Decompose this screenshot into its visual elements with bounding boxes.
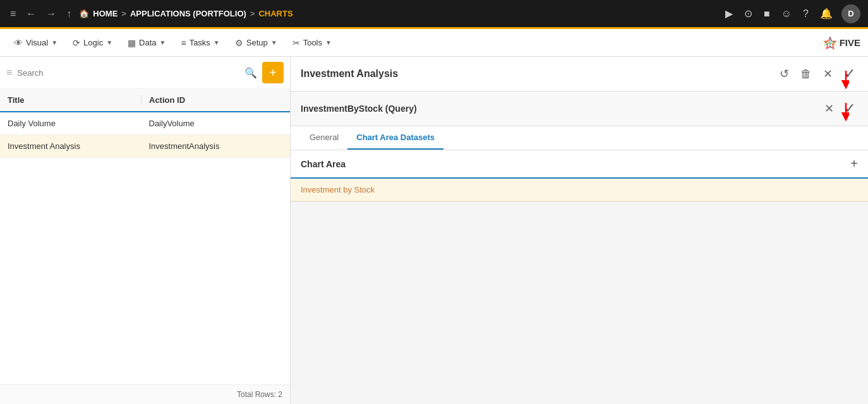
form-header-actions: ↺ 🗑 ✕ ✓ [777, 63, 858, 85]
tasks-arrow: ▼ [214, 39, 220, 46]
logic-icon: ⟳ [73, 38, 80, 48]
confirm-button[interactable]: ✓ [841, 63, 858, 85]
main-content: ≡ 🔍 + Title Action ID Daily Volume Daily… [0, 57, 868, 404]
row-action-investment: InvestmentAnalysis [142, 141, 283, 151]
sub-form-actions: ✕ ✓ [822, 98, 858, 119]
col-title-header: Title [8, 95, 141, 105]
top-bar-right: ▶ ⊙ ■ ☺ ? 🔔 D [723, 4, 860, 23]
user-icon[interactable]: ☺ [779, 6, 794, 22]
top-bar: ≡ ← → ↑ 🏠 HOME > APPLICATIONS (PORTFOLIO… [0, 0, 868, 29]
form-header: Investment Analysis ↺ 🗑 ✕ ✓ [291, 57, 868, 92]
breadcrumb: 🏠 HOME > APPLICATIONS (PORTFOLIO) > CHAR… [79, 9, 292, 18]
tabs: General Chart Area Datasets [291, 126, 868, 150]
menu-logic[interactable]: ⟳ Logic ▼ [66, 34, 119, 52]
close-button[interactable]: ✕ [821, 64, 835, 83]
logic-label: Logic [83, 38, 103, 47]
forward-icon[interactable]: → [44, 6, 59, 22]
visual-arrow: ▼ [51, 39, 57, 46]
sub-form: InvestmentByStock (Query) ✕ ✓ General Ch… [291, 92, 868, 202]
tools-arrow: ▼ [325, 39, 332, 46]
stop-icon[interactable]: ■ [761, 6, 773, 22]
table-footer: Total Rows: 2 [0, 384, 290, 404]
chart-area-row-text: Investment by Stock [301, 185, 375, 194]
add-button[interactable]: + [262, 62, 284, 83]
menu-tasks[interactable]: ≡ Tasks ▼ [174, 34, 226, 52]
search-icon[interactable]: 🔍 [244, 67, 257, 79]
menu-tools[interactable]: ✂ Tools ▼ [286, 34, 338, 52]
charts-label: CHARTS [258, 9, 292, 18]
five-logo-icon [823, 36, 837, 50]
sub-form-header: InvestmentByStock (Query) ✕ ✓ [291, 92, 868, 126]
sub-form-title: InvestmentByStock (Query) [301, 104, 417, 114]
tools-label: Tools [303, 38, 322, 47]
tasks-icon: ≡ [181, 38, 186, 48]
chart-area-section: Chart Area + Investment by Stock [291, 150, 868, 201]
tools-icon: ✂ [292, 38, 300, 48]
help-icon[interactable]: ? [800, 6, 811, 22]
visual-label: Visual [26, 38, 48, 47]
right-panel-inner: Investment Analysis ↺ 🗑 ✕ ✓ InvestmentBy… [291, 57, 868, 404]
home-label[interactable]: HOME [93, 9, 118, 18]
chart-area-row[interactable]: Investment by Stock [291, 179, 868, 201]
search-bar: ≡ 🔍 + [0, 57, 290, 89]
chart-area-title: Chart Area [301, 159, 346, 169]
search-input[interactable] [17, 68, 239, 78]
app-label[interactable]: APPLICATIONS (PORTFOLIO) [130, 9, 246, 18]
back-icon[interactable]: ← [23, 6, 39, 22]
five-logo: FIVE [823, 36, 860, 50]
col-action-header: Action ID [141, 95, 282, 105]
form-title: Investment Analysis [301, 68, 398, 80]
data-arrow: ▼ [160, 39, 166, 46]
subform-confirm-button[interactable]: ✓ [841, 98, 858, 119]
data-icon: ▦ [128, 38, 136, 48]
home-icon: 🏠 [79, 9, 89, 18]
tasks-label: Tasks [190, 38, 210, 47]
setup-icon: ⚙ [235, 38, 243, 48]
avatar[interactable]: D [841, 4, 860, 23]
menu-visual[interactable]: 👁 Visual ▼ [8, 34, 64, 52]
logic-arrow: ▼ [106, 39, 112, 46]
row-title-investment: Investment Analysis [8, 141, 142, 151]
row-title-daily: Daily Volume [8, 119, 142, 128]
data-label: Data [139, 38, 156, 47]
chart-area-header: Chart Area + [291, 150, 868, 179]
delete-button[interactable]: 🗑 [798, 65, 814, 83]
table-row-active[interactable]: Investment Analysis InvestmentAnalysis [0, 135, 290, 158]
chart-area-add-button[interactable]: + [850, 157, 858, 171]
left-panel: ≡ 🔍 + Title Action ID Daily Volume Daily… [0, 57, 291, 404]
top-bar-left: ≡ ← → ↑ 🏠 HOME > APPLICATIONS (PORTFOLIO… [8, 6, 723, 22]
right-panel: Investment Analysis ↺ 🗑 ✕ ✓ InvestmentBy… [291, 57, 868, 404]
hamburger-icon[interactable]: ≡ [8, 6, 18, 22]
up-icon[interactable]: ↑ [64, 6, 74, 22]
table-row[interactable]: Daily Volume DailyVolume [0, 112, 290, 135]
visual-icon: 👁 [14, 38, 23, 48]
tab-general[interactable]: General [301, 126, 347, 150]
tab-chart-area-datasets[interactable]: Chart Area Datasets [347, 126, 443, 150]
bell-icon[interactable]: 🔔 [817, 5, 835, 22]
search-circle-icon[interactable]: ⊙ [742, 5, 755, 22]
breadcrumb-sep-2: > [250, 9, 255, 18]
play-icon[interactable]: ▶ [723, 5, 735, 22]
menu-setup[interactable]: ⚙ Setup ▼ [229, 34, 284, 52]
menu-items: 👁 Visual ▼ ⟳ Logic ▼ ▦ Data ▼ ≡ Tasks ▼ … [8, 34, 338, 52]
filter-icon: ≡ [6, 67, 12, 78]
setup-arrow: ▼ [271, 39, 277, 46]
row-action-daily: DailyVolume [142, 119, 283, 128]
table-rows: Daily Volume DailyVolume Investment Anal… [0, 112, 290, 384]
subform-close-button[interactable]: ✕ [822, 99, 836, 118]
menu-bar: 👁 Visual ▼ ⟳ Logic ▼ ▦ Data ▼ ≡ Tasks ▼ … [0, 29, 868, 57]
table-header: Title Action ID [0, 89, 290, 112]
breadcrumb-sep-1: > [121, 9, 126, 18]
five-logo-text: FIVE [840, 37, 860, 48]
undo-button[interactable]: ↺ [777, 64, 792, 83]
menu-data[interactable]: ▦ Data ▼ [121, 34, 172, 52]
setup-label: Setup [246, 38, 268, 47]
